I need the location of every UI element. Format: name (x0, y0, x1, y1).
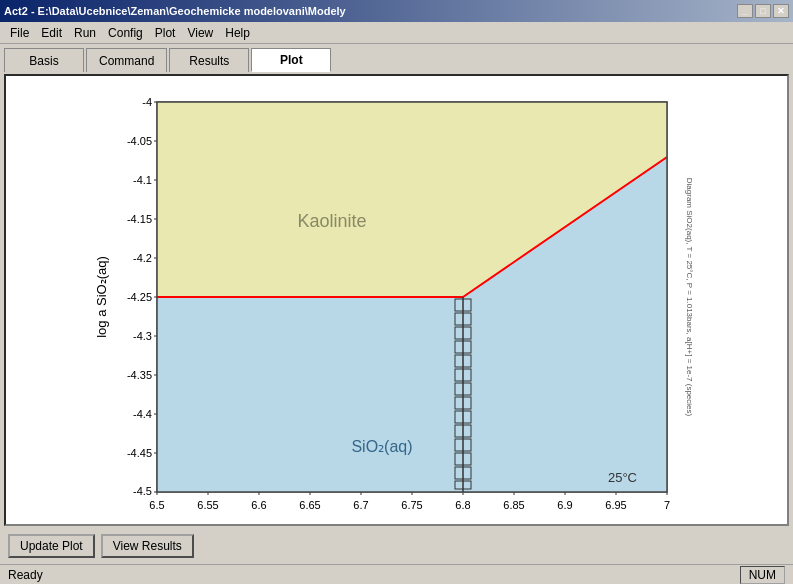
y-label-435: -4.35 (126, 369, 151, 381)
y-label-405: -4.05 (126, 135, 151, 147)
tab-results[interactable]: Results (169, 48, 249, 72)
menu-view[interactable]: View (181, 24, 219, 42)
x-label-70: 7 (663, 499, 669, 511)
menu-edit[interactable]: Edit (35, 24, 68, 42)
maximize-button[interactable]: □ (755, 4, 771, 18)
tab-plot[interactable]: Plot (251, 48, 331, 72)
x-label-695: 6.95 (605, 499, 626, 511)
status-ready: Ready (8, 568, 43, 582)
chart-svg: -4 -4.05 -4.1 -4.15 -4.2 -4.25 -4.3 -4.3… (92, 87, 702, 517)
y-label-43: -4.3 (133, 330, 152, 342)
minimize-button[interactable]: _ (737, 4, 753, 18)
x-label-67: 6.7 (353, 499, 368, 511)
update-plot-button[interactable]: Update Plot (8, 534, 95, 558)
y-label-415: -4.15 (126, 213, 151, 225)
menu-config[interactable]: Config (102, 24, 149, 42)
temp-label: 25°C (607, 470, 636, 485)
content-area: -4 -4.05 -4.1 -4.15 -4.2 -4.25 -4.3 -4.3… (4, 74, 789, 526)
view-results-button[interactable]: View Results (101, 534, 194, 558)
x-label-685: 6.85 (503, 499, 524, 511)
menu-plot[interactable]: Plot (149, 24, 182, 42)
x-label-68: 6.8 (455, 499, 470, 511)
region-kaolinite: Kaolinite (297, 211, 366, 231)
x-label-65: 6.5 (149, 499, 164, 511)
x-label-665: 6.65 (299, 499, 320, 511)
y-label-45: -4.5 (133, 485, 152, 497)
window-controls[interactable]: _ □ ✕ (737, 4, 789, 18)
menu-file[interactable]: File (4, 24, 35, 42)
side-label: Diagram SiO2(aq), T = 25°C, P = 1.013bar… (685, 178, 694, 417)
footer-buttons: Update Plot View Results (0, 528, 793, 564)
y-label-44: -4.4 (133, 408, 152, 420)
y-label-445: -4.45 (126, 447, 151, 459)
close-button[interactable]: ✕ (773, 4, 789, 18)
y-label-top: -4 (142, 96, 152, 108)
tab-basis[interactable]: Basis (4, 48, 84, 72)
menu-bar: File Edit Run Config Plot View Help (0, 22, 793, 44)
x-label-655: 6.55 (197, 499, 218, 511)
region-sio2: SiO₂(aq) (351, 438, 412, 455)
x-axis-label: pH (402, 514, 421, 517)
x-label-675: 6.75 (401, 499, 422, 511)
x-label-69: 6.9 (557, 499, 572, 511)
y-axis-label: log a SiO₂(aq) (94, 256, 109, 338)
status-bar: Ready NUM (0, 564, 793, 584)
title-bar: Act2 - E:\Data\Ucebnice\Zeman\Geochemick… (0, 0, 793, 22)
window-title: Act2 - E:\Data\Ucebnice\Zeman\Geochemick… (4, 5, 346, 17)
status-num: NUM (740, 566, 785, 584)
tabs-bar: Basis Command Results Plot (0, 44, 793, 72)
tab-command[interactable]: Command (86, 48, 167, 72)
menu-help[interactable]: Help (219, 24, 256, 42)
menu-run[interactable]: Run (68, 24, 102, 42)
x-label-66: 6.6 (251, 499, 266, 511)
y-label-41: -4.1 (133, 174, 152, 186)
y-label-425: -4.25 (126, 291, 151, 303)
y-label-42: -4.2 (133, 252, 152, 264)
